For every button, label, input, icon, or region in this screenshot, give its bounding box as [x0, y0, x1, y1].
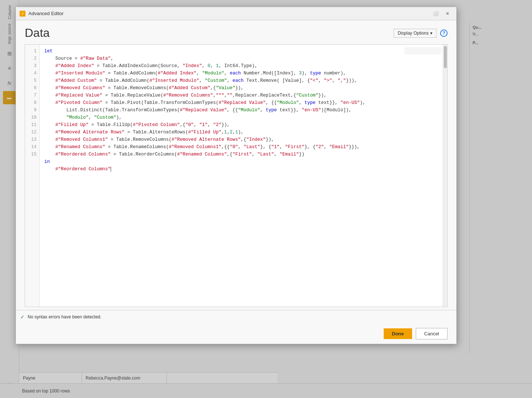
display-options-arrow: ▾	[430, 31, 432, 36]
line-num-8: 8	[25, 99, 39, 107]
editor-thumbnail	[404, 47, 441, 54]
display-options-label: Display Options	[398, 31, 429, 36]
modal-title: Advanced Editor	[28, 11, 428, 16]
scrollbar-thumb	[444, 46, 447, 68]
line-num-4: 4	[25, 70, 39, 77]
modal-data-title: Data	[25, 26, 50, 40]
modal-window-controls: ⬜ ✕	[431, 10, 453, 18]
display-options-button[interactable]: Display Options ▾	[394, 29, 436, 38]
line-num-12: 12	[25, 129, 39, 136]
modal-header-row: Data Display Options ▾ ?	[25, 26, 448, 40]
modal-body: Data Display Options ▾ ? 1 2 3 4 5	[16, 20, 456, 310]
line-num-14: 14	[25, 143, 39, 151]
line-num-1: 1	[25, 48, 39, 55]
line-num-11: 11	[25, 121, 39, 129]
line-num-15: 15	[25, 151, 39, 158]
status-bar: ✓ No syntax errors have been detected.	[16, 310, 456, 323]
line-num-10: 10	[25, 114, 39, 121]
code-content[interactable]: let Source = #"Raw Data", #"Added Index"…	[40, 45, 443, 307]
line-num-13: 13	[25, 136, 39, 143]
line-num-6: 6	[25, 84, 39, 92]
line-numbers: 1 2 3 4 5 6 7 8 9 10 11 12 13 14 15	[25, 45, 40, 307]
modal-restore-button[interactable]: ⬜	[431, 10, 441, 18]
line-num-9: 9	[25, 107, 39, 114]
modal-close-button[interactable]: ✕	[442, 10, 453, 18]
line-num-7: 7	[25, 92, 39, 99]
editor-scrollbar[interactable]	[443, 45, 447, 307]
modal-titlebar: ⚡ Advanced Editor ⬜ ✕	[16, 7, 456, 20]
cancel-button[interactable]: Cancel	[416, 328, 448, 339]
modal-app-icon: ⚡	[20, 11, 25, 17]
code-editor[interactable]: 1 2 3 4 5 6 7 8 9 10 11 12 13 14 15	[25, 44, 448, 307]
advanced-editor-modal: ⚡ Advanced Editor ⬜ ✕ Data Display Optio…	[15, 7, 457, 344]
line-num-5: 5	[25, 77, 39, 84]
modal-header-right: Display Options ▾ ?	[394, 29, 448, 38]
status-check-icon: ✓	[20, 314, 25, 320]
code-area[interactable]: 1 2 3 4 5 6 7 8 9 10 11 12 13 14 15	[25, 45, 447, 307]
done-button[interactable]: Done	[384, 328, 412, 339]
line-num-2: 2	[25, 55, 39, 62]
status-message: No syntax errors have been detected.	[28, 314, 101, 320]
modal-footer: Done Cancel	[16, 323, 456, 344]
line-num-3: 3	[25, 62, 39, 70]
help-icon[interactable]: ?	[440, 29, 448, 37]
